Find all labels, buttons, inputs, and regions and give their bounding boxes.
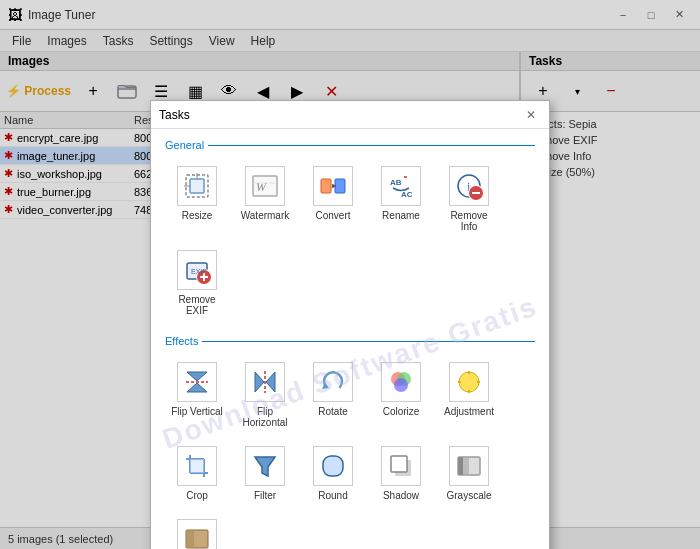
general-icon-grid: Resize W Watermark (165, 159, 535, 323)
filter-item[interactable]: Filter (233, 439, 297, 508)
modal-title-bar: Tasks ✕ (151, 101, 549, 129)
watermark-icon: W (245, 166, 285, 206)
flip-vertical-icon (177, 362, 217, 402)
modal-close-button[interactable]: ✕ (521, 106, 541, 124)
svg-rect-47 (391, 456, 407, 472)
resize-icon (177, 166, 217, 206)
crop-icon (177, 446, 217, 486)
svg-marker-27 (255, 372, 264, 392)
svg-marker-28 (266, 372, 275, 392)
svg-text:AB: AB (390, 178, 402, 187)
remove-info-item[interactable]: i Remove Info (437, 159, 501, 239)
remove-exif-icon: EXIF (177, 250, 217, 290)
general-section-label: General (165, 139, 535, 151)
rename-icon: AB AC (381, 166, 421, 206)
svg-rect-50 (458, 457, 463, 475)
remove-exif-item[interactable]: EXIF Remove EXIF (165, 243, 229, 323)
remove-info-icon: i (449, 166, 489, 206)
svg-point-33 (394, 378, 408, 392)
grayscale-icon (449, 446, 489, 486)
flip-vertical-item[interactable]: Flip Vertical (165, 355, 229, 435)
colorize-icon (381, 362, 421, 402)
rotate-icon (313, 362, 353, 402)
adjustment-icon (449, 362, 489, 402)
convert-item[interactable]: Convert (301, 159, 365, 239)
modal-title: Tasks (159, 108, 190, 122)
crop-item[interactable]: Crop (165, 439, 229, 508)
svg-rect-43 (190, 459, 204, 473)
filter-icon (245, 446, 285, 486)
convert-icon (313, 166, 353, 206)
watermark-item[interactable]: W Watermark (233, 159, 297, 239)
adjustment-item[interactable]: Adjustment (437, 355, 501, 435)
svg-marker-24 (187, 372, 207, 381)
tasks-dialog: Tasks ✕ General (150, 100, 550, 549)
round-item[interactable]: Round (301, 439, 365, 508)
grayscale-item[interactable]: Grayscale (437, 439, 501, 508)
rotate-item[interactable]: Rotate (301, 355, 365, 435)
effects-section-label: Effects (165, 335, 535, 347)
effects-icon-grid: Flip Vertical Flip Horizontal (165, 355, 535, 549)
svg-point-34 (459, 372, 479, 392)
shadow-icon (381, 446, 421, 486)
flip-horizontal-icon (245, 362, 285, 402)
svg-text:W: W (256, 180, 267, 194)
svg-marker-44 (255, 457, 275, 476)
shadow-item[interactable]: Shadow (369, 439, 433, 508)
rename-item[interactable]: AB AC Rename (369, 159, 433, 239)
svg-marker-25 (187, 383, 207, 392)
svg-rect-8 (321, 179, 331, 193)
modal-body: General Resize (151, 129, 549, 549)
colorize-item[interactable]: Colorize (369, 355, 433, 435)
round-icon (313, 446, 353, 486)
flip-horizontal-item[interactable]: Flip Horizontal (233, 355, 297, 435)
svg-rect-53 (186, 530, 194, 548)
sepia-item[interactable]: Sepia (165, 512, 229, 549)
modal-overlay: Tasks ✕ General (0, 0, 700, 549)
svg-text:AC: AC (401, 190, 413, 199)
svg-rect-2 (190, 179, 204, 193)
svg-text:EXIF: EXIF (191, 268, 207, 275)
resize-item[interactable]: Resize (165, 159, 229, 239)
svg-rect-45 (323, 456, 343, 476)
sepia-icon (177, 519, 217, 549)
